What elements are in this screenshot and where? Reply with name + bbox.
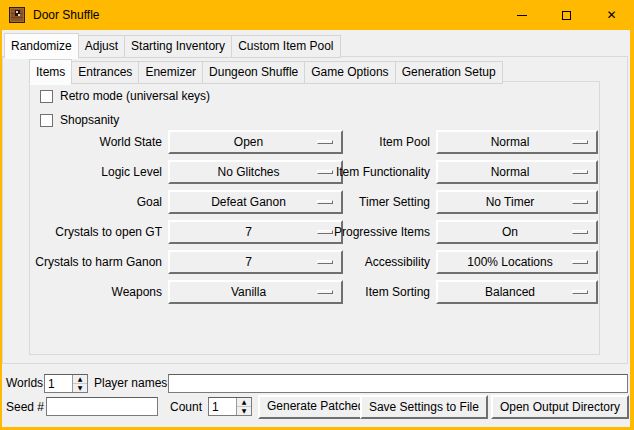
minimize-button[interactable] bbox=[499, 0, 544, 30]
setting-row-world-state: World StateOpen bbox=[34, 130, 343, 154]
open-output-directory-button[interactable]: Open Output Directory bbox=[491, 395, 629, 419]
checkbox-row-retro-mode-universal-keys: Retro mode (universal keys) bbox=[40, 88, 210, 104]
settings-column-right: Item PoolNormalItem FunctionalityNormalT… bbox=[302, 130, 598, 310]
setting-label: Crystals to open GT bbox=[34, 225, 168, 239]
seed-input[interactable] bbox=[46, 397, 158, 416]
item-pool-dropdown[interactable]: Normal bbox=[436, 130, 598, 154]
setting-label: Timer Setting bbox=[302, 195, 436, 209]
main-tab-bar: RandomizeAdjustStarting InventoryCustom … bbox=[4, 32, 341, 58]
player-names-input[interactable] bbox=[168, 374, 628, 393]
checkbox-row-shopsanity: Shopsanity bbox=[40, 112, 210, 128]
tab-dungeon-shuffle[interactable]: Dungeon Shuffle bbox=[202, 61, 305, 84]
setting-label: World State bbox=[34, 135, 168, 149]
setting-label: Item Pool bbox=[302, 135, 436, 149]
bottom-right-buttons: Save Settings to File Open Output Direct… bbox=[360, 395, 629, 419]
setting-row-weapons: WeaponsVanilla bbox=[34, 280, 343, 304]
titlebar: Door Shuffle ✕ bbox=[0, 0, 634, 30]
timer-setting-dropdown[interactable]: No Timer bbox=[436, 190, 598, 214]
worlds-spinner: ▲ ▼ bbox=[44, 374, 88, 393]
app-window: Door Shuffle ✕ RandomizeAdjustStarting I… bbox=[0, 0, 634, 430]
close-button[interactable]: ✕ bbox=[589, 0, 634, 30]
maximize-icon bbox=[562, 11, 571, 20]
setting-label: Crystals to harm Ganon bbox=[34, 255, 168, 269]
dropdown-indicator-icon bbox=[572, 200, 588, 204]
setting-row-item-pool: Item PoolNormal bbox=[302, 130, 598, 154]
setting-label: Weapons bbox=[34, 285, 168, 299]
window-title: Door Shuffle bbox=[33, 8, 100, 22]
tab-custom-item-pool[interactable]: Custom Item Pool bbox=[231, 35, 340, 58]
player-names-label: Player names bbox=[94, 374, 167, 393]
setting-row-item-sorting: Item SortingBalanced bbox=[302, 280, 598, 304]
tab-items[interactable]: Items bbox=[29, 59, 72, 85]
worlds-decrement-icon[interactable]: ▼ bbox=[73, 384, 87, 392]
setting-row-crystals-to-open-gt: Crystals to open GT7 bbox=[34, 220, 343, 244]
setting-row-logic-level: Logic LevelNo Glitches bbox=[34, 160, 343, 184]
setting-label: Logic Level bbox=[34, 165, 168, 179]
checkbox-label: Retro mode (universal keys) bbox=[60, 89, 210, 103]
setting-label: Progressive Items bbox=[302, 225, 436, 239]
setting-label: Goal bbox=[34, 195, 168, 209]
count-label: Count bbox=[170, 398, 202, 417]
setting-label: Item Sorting bbox=[302, 285, 436, 299]
dropdown-indicator-icon bbox=[572, 290, 588, 294]
count-input[interactable] bbox=[209, 398, 236, 415]
save-settings-button[interactable]: Save Settings to File bbox=[360, 395, 488, 419]
tab-generation-setup[interactable]: Generation Setup bbox=[395, 61, 503, 84]
window-controls: ✕ bbox=[499, 0, 634, 30]
count-decrement-icon[interactable]: ▼ bbox=[237, 407, 251, 415]
minimize-icon bbox=[517, 15, 527, 16]
tab-adjust[interactable]: Adjust bbox=[78, 35, 125, 58]
dropdown-indicator-icon bbox=[572, 260, 588, 264]
count-spinner-arrows: ▲ ▼ bbox=[236, 398, 251, 415]
setting-row-crystals-to-harm-ganon: Crystals to harm Ganon7 bbox=[34, 250, 343, 274]
app-icon bbox=[9, 7, 25, 23]
setting-label: Accessibility bbox=[302, 255, 436, 269]
worlds-input[interactable] bbox=[45, 375, 72, 392]
progressive-items-dropdown[interactable]: On bbox=[436, 220, 598, 244]
items-pane: Retro mode (universal keys)Shopsanity Wo… bbox=[29, 81, 600, 355]
tab-starting-inventory[interactable]: Starting Inventory bbox=[124, 35, 232, 58]
window-body: RandomizeAdjustStarting InventoryCustom … bbox=[2, 30, 630, 427]
randomize-pane: ItemsEntrancesEnemizerDungeon ShuffleGam… bbox=[2, 56, 628, 364]
seed-label: Seed # bbox=[6, 398, 44, 417]
item-functionality-dropdown[interactable]: Normal bbox=[436, 160, 598, 184]
worlds-spinner-arrows: ▲ ▼ bbox=[72, 375, 87, 392]
worlds-label: Worlds bbox=[6, 374, 43, 393]
dropdown-indicator-icon bbox=[572, 140, 588, 144]
accessibility-dropdown[interactable]: 100% Locations bbox=[436, 250, 598, 274]
shopsanity-checkbox[interactable] bbox=[40, 114, 53, 127]
close-icon: ✕ bbox=[606, 9, 616, 21]
dropdown-indicator-icon bbox=[572, 230, 588, 234]
setting-row-item-functionality: Item FunctionalityNormal bbox=[302, 160, 598, 184]
tab-enemizer[interactable]: Enemizer bbox=[138, 61, 203, 84]
tab-game-options[interactable]: Game Options bbox=[304, 61, 395, 84]
tab-randomize[interactable]: Randomize bbox=[4, 33, 79, 59]
sub-tab-bar: ItemsEntrancesEnemizerDungeon ShuffleGam… bbox=[29, 58, 503, 84]
setting-label: Item Functionality bbox=[302, 165, 436, 179]
count-spinner: ▲ ▼ bbox=[208, 397, 252, 416]
dropdown-indicator-icon bbox=[572, 170, 588, 174]
retro-mode-universal-keys-checkbox[interactable] bbox=[40, 90, 53, 103]
worlds-increment-icon[interactable]: ▲ bbox=[73, 375, 87, 384]
item-sorting-dropdown[interactable]: Balanced bbox=[436, 280, 598, 304]
setting-row-accessibility: Accessibility100% Locations bbox=[302, 250, 598, 274]
setting-row-timer-setting: Timer SettingNo Timer bbox=[302, 190, 598, 214]
setting-row-goal: GoalDefeat Ganon bbox=[34, 190, 343, 214]
tab-entrances[interactable]: Entrances bbox=[71, 61, 139, 84]
setting-row-progressive-items: Progressive ItemsOn bbox=[302, 220, 598, 244]
settings-column-left: World StateOpenLogic LevelNo GlitchesGoa… bbox=[34, 130, 343, 310]
maximize-button[interactable] bbox=[544, 0, 589, 30]
count-increment-icon[interactable]: ▲ bbox=[237, 398, 251, 407]
checkbox-label: Shopsanity bbox=[60, 113, 119, 127]
checkbox-area: Retro mode (universal keys)Shopsanity bbox=[40, 88, 210, 136]
